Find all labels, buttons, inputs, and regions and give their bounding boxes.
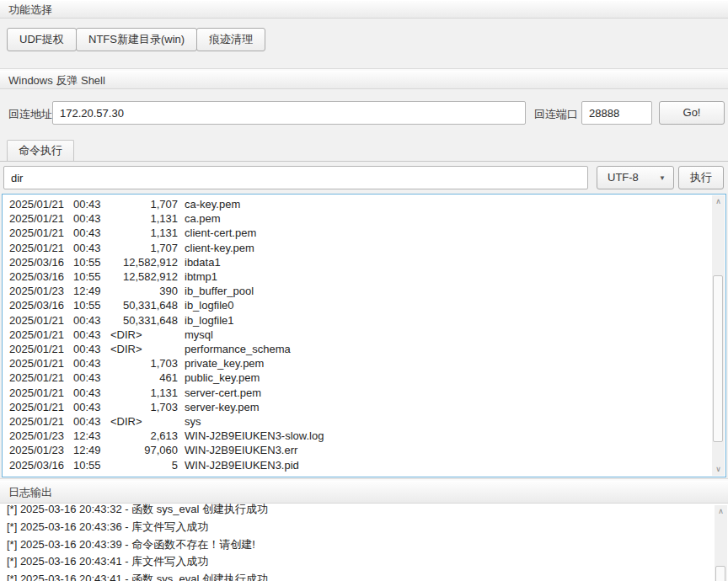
dir-listing-row: 2025/01/2100:43<DIR>mysql	[9, 328, 725, 342]
section-header-reverse-shell: Windows 反弹 Shell	[0, 71, 728, 89]
section-header-log-output: 日志输出	[0, 481, 728, 504]
dir-listing-row: 2025/03/1610:5550,331,648ib_logfile0	[9, 298, 725, 312]
dir-listing-row: 2025/01/2312:49390ib_buffer_pool	[9, 284, 725, 298]
dir-listing-row: 2025/01/2312:4997,060WIN-J2B9EIUKEN3.err	[9, 443, 725, 457]
app-window: 功能选择 UDF提权 NTFS新建目录(win) 痕迹清理 Windows 反弹…	[0, 0, 728, 581]
command-input[interactable]	[3, 166, 588, 189]
dir-listing-row: 2025/03/1610:555WIN-J2B9EIUKEN3.pid	[9, 458, 725, 472]
log-line: [*] 2025-03-16 20:43:36 - 库文件写入成功	[7, 519, 728, 536]
dir-listing: 2025/01/2100:431,707ca-key.pem2025/01/21…	[3, 195, 725, 472]
dir-listing-row: 2025/01/2100:431,707ca-key.pem	[9, 197, 725, 211]
log-line: [*] 2025-03-16 20:43:41 - 函数 sys_eval 创建…	[7, 571, 728, 581]
dir-listing-row: 2025/01/2100:431,703private_key.pem	[9, 356, 725, 370]
command-output-area[interactable]: 2025/01/2100:431,707ca-key.pem2025/01/21…	[2, 194, 726, 477]
log-scrollbar[interactable]: ∧	[715, 505, 727, 581]
log-line: [*] 2025-03-16 20:43:32 - 函数 sys_eval 创建…	[7, 504, 728, 519]
scroll-up-icon[interactable]: ∧	[712, 195, 725, 208]
execute-button[interactable]: 执行	[678, 166, 724, 189]
callback-address-input[interactable]	[52, 101, 526, 125]
chevron-down-icon: ▼	[659, 167, 666, 190]
tab-bar: 命令执行	[0, 136, 728, 162]
callback-port-input[interactable]	[581, 101, 652, 125]
dir-listing-row: 2025/01/2100:431,703server-key.pem	[9, 400, 725, 414]
function-buttons-row: UDF提权 NTFS新建目录(win) 痕迹清理	[0, 19, 728, 67]
section-title: Windows 反弹 Shell	[8, 74, 105, 87]
dir-listing-row: 2025/01/2100:431,707client-key.pem	[9, 241, 725, 255]
encoding-value: UTF-8	[608, 171, 639, 184]
callback-port-label: 回连端口	[534, 107, 578, 122]
callback-address-label: 回连地址	[8, 107, 52, 122]
dir-listing-row: 2025/03/1610:5512,582,912ibdata1	[9, 255, 725, 269]
section-header-function-select: 功能选择	[0, 0, 728, 19]
section-title: 日志输出	[8, 486, 52, 498]
log-line: [*] 2025-03-16 20:43:41 - 库文件写入成功	[7, 553, 728, 571]
ntfs-newdir-button[interactable]: NTFS新建目录(win)	[76, 28, 197, 51]
scroll-up-icon[interactable]: ∧	[715, 505, 727, 518]
scrollbar-thumb[interactable]	[715, 566, 725, 581]
scroll-down-icon[interactable]: ∨	[712, 463, 725, 476]
dir-listing-row: 2025/01/2100:431,131ca.pem	[9, 211, 725, 226]
dir-listing-row: 2025/01/2100:43<DIR>performance_schema	[9, 342, 725, 356]
command-row: UTF-8 ▼ 执行	[0, 162, 728, 194]
dir-listing-row: 2025/01/2100:43<DIR>sys	[9, 414, 725, 429]
go-button[interactable]: Go!	[659, 101, 725, 125]
dir-listing-row: 2025/01/2100:431,131server-cert.pem	[9, 386, 725, 400]
output-scrollbar[interactable]: ∧ ∨	[712, 195, 725, 476]
encoding-select[interactable]: UTF-8 ▼	[597, 166, 674, 189]
dir-listing-row: 2025/03/1610:5512,582,912ibtmp1	[9, 269, 725, 284]
tab-command-exec[interactable]: 命令执行	[7, 140, 74, 161]
dir-listing-row: 2025/01/2100:4350,331,648ib_logfile1	[9, 313, 725, 328]
dir-listing-row: 2025/01/2100:431,131client-cert.pem	[9, 226, 725, 240]
log-line: [*] 2025-03-16 20:43:39 - 命令函数不存在！请创建!	[7, 536, 728, 554]
scrollbar-thumb[interactable]	[713, 275, 723, 442]
trace-clean-button[interactable]: 痕迹清理	[196, 28, 265, 51]
log-output-area[interactable]: [*] 2025-03-16 20:43:32 - 函数 sys_eval 创建…	[0, 504, 728, 581]
log-lines: [*] 2025-03-16 20:43:32 - 函数 sys_eval 创建…	[0, 504, 728, 581]
udf-privilege-button[interactable]: UDF提权	[7, 28, 77, 51]
reverse-shell-row: 回连地址 回连端口 Go!	[0, 89, 728, 136]
section-title: 功能选择	[8, 3, 52, 16]
dir-listing-row: 2025/01/2312:432,613WIN-J2B9EIUKEN3-slow…	[9, 429, 725, 443]
dir-listing-row: 2025/01/2100:43461public_key.pem	[9, 370, 725, 385]
